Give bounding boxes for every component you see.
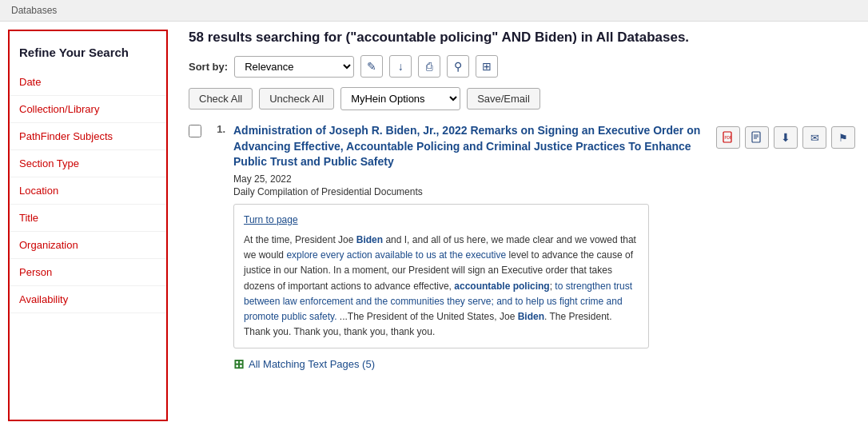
result-date: May 25, 2022 — [233, 173, 708, 185]
sidebar-item-location[interactable]: Location — [10, 177, 166, 205]
sidebar-item-collection-library[interactable]: Collection/Library — [10, 96, 166, 123]
svg-text:PDF: PDF — [725, 136, 732, 140]
myhein-select[interactable]: MyHein Options — [340, 87, 460, 110]
result-pdf2-icon[interactable] — [745, 126, 769, 149]
result-pdf-icon[interactable]: PDF — [716, 126, 740, 149]
sidebar-title: Refine Your Search — [10, 39, 166, 69]
snippet-text-1: At the time, President Joe — [244, 234, 356, 245]
result-checkbox[interactable] — [189, 125, 201, 137]
result-email-icon[interactable]: ✉ — [802, 126, 826, 149]
snippet-text-5: ...The President of the United States, J… — [337, 311, 518, 322]
snippet-bold-2: accountable policing — [454, 281, 549, 292]
result-source: Daily Compilation of Presidential Docume… — [233, 186, 708, 197]
save-email-button[interactable]: Save/Email — [467, 88, 540, 110]
result-download-icon[interactable]: ⬇ — [774, 126, 798, 149]
download-icon[interactable]: ↓ — [389, 55, 412, 78]
sort-label: Sort by: — [189, 61, 228, 73]
print-icon[interactable]: ⎙ — [418, 55, 440, 78]
sidebar-item-person[interactable]: Person — [10, 259, 166, 286]
top-bar: Databases — [0, 0, 868, 22]
sidebar-item-organization[interactable]: Organization — [10, 232, 166, 259]
matching-pages[interactable]: ⊞ All Matching Text Pages (5) — [233, 356, 708, 372]
sidebar-item-title[interactable]: Title — [10, 205, 166, 232]
grid-icon[interactable]: ⊞ — [476, 55, 498, 78]
snippet-bold-1: Biden — [356, 234, 383, 245]
edit-icon[interactable]: ✎ — [360, 55, 383, 78]
result-number: 1. — [209, 123, 225, 135]
sort-bar: Sort by: RelevanceDate (Newest First)Dat… — [189, 55, 855, 78]
sidebar-item-availability[interactable]: Availability — [10, 286, 166, 313]
breadcrumb[interactable]: Databases — [11, 5, 57, 16]
results-heading: 58 results searching for ("accountable p… — [189, 30, 855, 46]
matching-pages-icon: ⊞ — [233, 356, 244, 372]
sidebar-item-section-type[interactable]: Section Type — [10, 150, 166, 177]
result-actions: PDF ⬇ ✉ ⚑ — [716, 126, 855, 149]
sort-select[interactable]: RelevanceDate (Newest First)Date (Oldest… — [234, 56, 354, 78]
action-bar: Check All Uncheck All MyHein Options Sav… — [189, 87, 855, 110]
sidebar: Refine Your Search DateCollection/Librar… — [8, 30, 168, 421]
binoculars-icon[interactable]: ⚲ — [447, 55, 469, 78]
snippet-box: Turn to page At the time, President Joe … — [233, 204, 649, 349]
result-title[interactable]: Administration of Joseph R. Biden, Jr., … — [233, 123, 708, 170]
result-body: Administration of Joseph R. Biden, Jr., … — [233, 123, 708, 372]
snippet-text: At the time, President Joe Biden and I, … — [244, 234, 636, 337]
matching-pages-text[interactable]: All Matching Text Pages (5) — [249, 358, 375, 370]
snippet-bold-3: Biden — [518, 311, 544, 322]
snippet-blue-1: explore every action available to us at … — [286, 249, 506, 261]
uncheck-all-button[interactable]: Uncheck All — [259, 88, 334, 110]
result-item: 1. Administration of Joseph R. Biden, Jr… — [189, 123, 855, 372]
result-bookmark-icon[interactable]: ⚑ — [831, 126, 855, 149]
main-layout: Refine Your Search DateCollection/Librar… — [0, 22, 868, 429]
main-content: 58 results searching for ("accountable p… — [176, 22, 868, 429]
sidebar-item-date[interactable]: Date — [10, 69, 166, 96]
sidebar-item-pathfinder-subjects[interactable]: PathFinder Subjects — [10, 123, 166, 150]
snippet-turn-to-page-link[interactable]: Turn to page — [244, 213, 639, 228]
check-all-button[interactable]: Check All — [189, 88, 253, 110]
